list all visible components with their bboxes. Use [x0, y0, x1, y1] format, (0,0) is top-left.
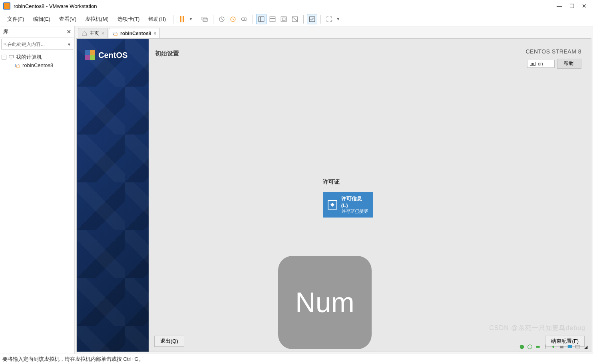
tab-vm-close[interactable]: × [153, 31, 156, 36]
snapshot-manager-button[interactable] [239, 14, 249, 24]
tab-vm-label: robinCentos8 [120, 31, 151, 36]
close-button[interactable]: ✕ [582, 3, 587, 9]
library-search[interactable]: ▼ [1, 39, 73, 50]
tab-home[interactable]: 主页 × [78, 28, 108, 38]
status-usb-icon[interactable] [542, 344, 549, 350]
svg-point-23 [520, 345, 524, 349]
keyboard-icon [530, 62, 535, 66]
tab-vm-robincentos8[interactable]: robinCentos8 × [109, 28, 160, 38]
library-header: 库 ✕ [0, 26, 74, 38]
license-card-title: 许可信息(L) [341, 195, 368, 208]
view-sidebar-button[interactable] [256, 14, 267, 24]
menu-help[interactable]: 帮助(H) [144, 14, 170, 24]
svg-point-15 [4, 43, 6, 45]
monitor-icon [8, 54, 14, 60]
menu-file[interactable]: 文件(F) [3, 14, 28, 24]
view-console-button[interactable] [267, 14, 278, 24]
main-area: 库 ✕ ▼ − 我的计算机 robinCentos8 主页 × [0, 26, 593, 354]
tree-item-robincentos8[interactable]: robinCentos8 [2, 61, 73, 69]
status-sound-icon[interactable] [550, 344, 557, 350]
separator [320, 15, 321, 24]
status-display-icon[interactable] [566, 344, 573, 350]
snapshot-take-button[interactable] [217, 14, 227, 24]
svg-rect-17 [9, 55, 14, 58]
view-exclusive-button[interactable] [290, 14, 300, 24]
minimize-button[interactable]: — [557, 3, 562, 9]
separator [253, 15, 253, 24]
power-dropdown[interactable]: ▼ [189, 17, 193, 21]
svg-rect-22 [114, 33, 117, 35]
status-cd-icon[interactable] [526, 344, 533, 350]
svg-rect-1 [203, 18, 208, 21]
tree-root-my-computer[interactable]: − 我的计算机 [2, 53, 73, 61]
svg-rect-26 [560, 346, 563, 348]
separator [173, 15, 173, 24]
separator [196, 15, 196, 24]
initial-setup-title: 初始设置 [155, 50, 179, 57]
svg-rect-28 [576, 345, 580, 348]
library-title: 库 [3, 28, 8, 36]
vm-icon [14, 63, 21, 68]
status-message-icon[interactable] [574, 344, 581, 350]
language-row: cn 帮助! [527, 59, 581, 69]
status-hdd-icon[interactable] [518, 344, 525, 350]
keyboard-layout-selector[interactable]: cn [527, 60, 555, 68]
help-button[interactable]: 帮助! [557, 59, 581, 69]
send-ctrl-alt-del-button[interactable] [199, 14, 210, 24]
tree-collapse-icon[interactable]: − [2, 55, 6, 59]
watermark-text: CSDN @杀死一只知更鸟debug [489, 324, 585, 332]
library-sidebar: 库 ✕ ▼ − 我的计算机 robinCentos8 [0, 26, 75, 354]
svg-rect-11 [283, 18, 286, 20]
svg-rect-27 [568, 345, 572, 348]
fullscreen-button[interactable] [324, 14, 334, 24]
centos-logo-icon [85, 50, 95, 60]
tab-home-close[interactable]: × [101, 31, 104, 36]
tree-item-label: robinCentos8 [22, 62, 53, 68]
menu-vm[interactable]: 虚拟机(M) [81, 14, 113, 24]
app-icon [3, 2, 10, 10]
library-search-input[interactable] [7, 42, 67, 47]
statusbar-text: 要将输入定向到该虚拟机，请在虚拟机内部单击或按 Ctrl+G。 [2, 356, 144, 363]
window-title: robinCentos8 - VMware Workstation [14, 3, 557, 9]
license-icon [328, 200, 337, 210]
vm-icon [112, 31, 118, 36]
snapshot-revert-button[interactable] [228, 14, 238, 24]
menu-tabs[interactable]: 选项卡(T) [113, 14, 144, 24]
centos-main-panel: 初始设置 CENTOS STREAM 8 cn 帮助! 许可证 许可信息(L) [149, 39, 591, 352]
centos-stream-title: CENTOS STREAM 8 [526, 48, 582, 55]
svg-line-13 [293, 17, 298, 22]
status-net-icon[interactable] [534, 344, 541, 350]
search-icon [3, 42, 7, 47]
svg-rect-20 [16, 65, 20, 67]
license-info-card[interactable]: 许可信息(L) 许可证已接受 [323, 192, 373, 218]
vm-screen[interactable]: CentOS 初始设置 CENTOS STREAM 8 cn 帮助! 许可证 [76, 38, 591, 352]
menu-edit[interactable]: 编辑(E) [29, 14, 54, 24]
menubar: 文件(F) 编辑(E) 查看(V) 虚拟机(M) 选项卡(T) 帮助(H) ▼ … [0, 12, 593, 26]
pause-button[interactable] [177, 14, 187, 24]
svg-rect-25 [536, 346, 539, 348]
svg-rect-8 [270, 17, 276, 22]
vm-status-icons: ◢ [518, 344, 589, 350]
titlebar: robinCentos8 - VMware Workstation — ☐ ✕ [0, 0, 593, 12]
fullscreen-dropdown[interactable]: ▼ [336, 17, 340, 21]
tree-root-label: 我的计算机 [16, 53, 42, 61]
maximize-button[interactable]: ☐ [569, 3, 575, 9]
status-printer-icon[interactable] [558, 344, 565, 350]
menu-view[interactable]: 查看(V) [55, 14, 80, 24]
content-area: 主页 × robinCentos8 × CentOS 初始设置 CENTOS S… [75, 26, 593, 354]
svg-line-16 [6, 45, 6, 46]
centos-logo: CentOS [85, 50, 127, 60]
separator [303, 15, 304, 24]
keyboard-layout-label: cn [538, 61, 543, 67]
unity-button[interactable] [307, 14, 317, 24]
numlock-overlay: Num [278, 256, 372, 349]
svg-point-24 [528, 345, 532, 349]
status-resize-icon[interactable]: ◢ [582, 344, 589, 350]
view-stretch-button[interactable] [279, 14, 289, 24]
exit-button[interactable]: 退出(Q) [154, 336, 184, 347]
statusbar: 要将输入定向到该虚拟机，请在虚拟机内部单击或按 Ctrl+G。 [0, 354, 593, 364]
license-section-label: 许可证 [323, 178, 373, 186]
license-card-subtitle: 许可证已接受 [341, 208, 368, 214]
search-dropdown[interactable]: ▼ [67, 42, 71, 47]
library-close-button[interactable]: ✕ [67, 29, 71, 35]
